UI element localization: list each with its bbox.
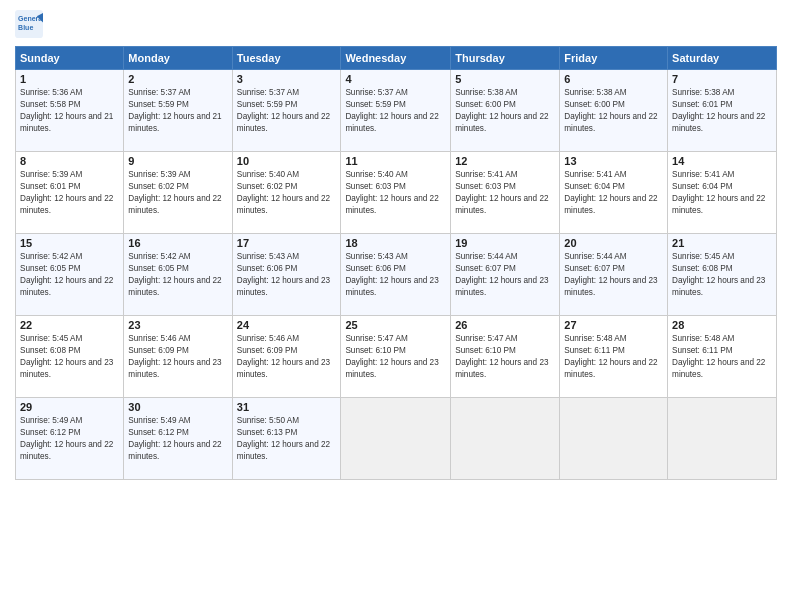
calendar-cell: 18 Sunrise: 5:43 AMSunset: 6:06 PMDaylig… <box>341 234 451 316</box>
day-info: Sunrise: 5:43 AMSunset: 6:06 PMDaylight:… <box>237 252 330 297</box>
calendar-table: SundayMondayTuesdayWednesdayThursdayFrid… <box>15 46 777 480</box>
day-number: 27 <box>564 319 663 331</box>
day-number: 18 <box>345 237 446 249</box>
day-number: 24 <box>237 319 337 331</box>
calendar-cell: 27 Sunrise: 5:48 AMSunset: 6:11 PMDaylig… <box>560 316 668 398</box>
day-info: Sunrise: 5:45 AMSunset: 6:08 PMDaylight:… <box>672 252 765 297</box>
day-info: Sunrise: 5:37 AMSunset: 5:59 PMDaylight:… <box>345 88 438 133</box>
day-number: 10 <box>237 155 337 167</box>
day-info: Sunrise: 5:48 AMSunset: 6:11 PMDaylight:… <box>672 334 765 379</box>
calendar-cell <box>668 398 777 480</box>
calendar-cell <box>451 398 560 480</box>
day-number: 2 <box>128 73 227 85</box>
svg-text:Blue: Blue <box>18 24 33 31</box>
day-number: 12 <box>455 155 555 167</box>
calendar-cell: 30 Sunrise: 5:49 AMSunset: 6:12 PMDaylig… <box>124 398 232 480</box>
day-number: 13 <box>564 155 663 167</box>
calendar-cell: 7 Sunrise: 5:38 AMSunset: 6:01 PMDayligh… <box>668 70 777 152</box>
calendar-cell: 23 Sunrise: 5:46 AMSunset: 6:09 PMDaylig… <box>124 316 232 398</box>
week-row-5: 29 Sunrise: 5:49 AMSunset: 6:12 PMDaylig… <box>16 398 777 480</box>
col-header-friday: Friday <box>560 47 668 70</box>
day-info: Sunrise: 5:38 AMSunset: 6:00 PMDaylight:… <box>564 88 657 133</box>
day-info: Sunrise: 5:36 AMSunset: 5:58 PMDaylight:… <box>20 88 113 133</box>
day-number: 23 <box>128 319 227 331</box>
day-info: Sunrise: 5:47 AMSunset: 6:10 PMDaylight:… <box>455 334 548 379</box>
day-number: 17 <box>237 237 337 249</box>
day-info: Sunrise: 5:46 AMSunset: 6:09 PMDaylight:… <box>128 334 221 379</box>
day-info: Sunrise: 5:41 AMSunset: 6:04 PMDaylight:… <box>672 170 765 215</box>
day-number: 7 <box>672 73 772 85</box>
day-info: Sunrise: 5:40 AMSunset: 6:02 PMDaylight:… <box>237 170 330 215</box>
calendar-cell: 26 Sunrise: 5:47 AMSunset: 6:10 PMDaylig… <box>451 316 560 398</box>
day-number: 21 <box>672 237 772 249</box>
day-info: Sunrise: 5:41 AMSunset: 6:04 PMDaylight:… <box>564 170 657 215</box>
calendar-cell: 13 Sunrise: 5:41 AMSunset: 6:04 PMDaylig… <box>560 152 668 234</box>
day-info: Sunrise: 5:44 AMSunset: 6:07 PMDaylight:… <box>455 252 548 297</box>
day-number: 28 <box>672 319 772 331</box>
day-info: Sunrise: 5:39 AMSunset: 6:01 PMDaylight:… <box>20 170 113 215</box>
day-number: 29 <box>20 401 119 413</box>
day-number: 6 <box>564 73 663 85</box>
day-info: Sunrise: 5:42 AMSunset: 6:05 PMDaylight:… <box>20 252 113 297</box>
calendar-cell: 10 Sunrise: 5:40 AMSunset: 6:02 PMDaylig… <box>232 152 341 234</box>
week-row-1: 1 Sunrise: 5:36 AMSunset: 5:58 PMDayligh… <box>16 70 777 152</box>
week-row-3: 15 Sunrise: 5:42 AMSunset: 6:05 PMDaylig… <box>16 234 777 316</box>
calendar-cell: 11 Sunrise: 5:40 AMSunset: 6:03 PMDaylig… <box>341 152 451 234</box>
day-info: Sunrise: 5:38 AMSunset: 6:01 PMDaylight:… <box>672 88 765 133</box>
day-info: Sunrise: 5:39 AMSunset: 6:02 PMDaylight:… <box>128 170 221 215</box>
day-info: Sunrise: 5:48 AMSunset: 6:11 PMDaylight:… <box>564 334 657 379</box>
calendar-cell: 28 Sunrise: 5:48 AMSunset: 6:11 PMDaylig… <box>668 316 777 398</box>
calendar-cell: 17 Sunrise: 5:43 AMSunset: 6:06 PMDaylig… <box>232 234 341 316</box>
day-info: Sunrise: 5:38 AMSunset: 6:00 PMDaylight:… <box>455 88 548 133</box>
day-info: Sunrise: 5:37 AMSunset: 5:59 PMDaylight:… <box>237 88 330 133</box>
day-number: 8 <box>20 155 119 167</box>
day-number: 19 <box>455 237 555 249</box>
day-number: 25 <box>345 319 446 331</box>
col-header-saturday: Saturday <box>668 47 777 70</box>
week-row-2: 8 Sunrise: 5:39 AMSunset: 6:01 PMDayligh… <box>16 152 777 234</box>
day-number: 4 <box>345 73 446 85</box>
day-number: 11 <box>345 155 446 167</box>
header-row: SundayMondayTuesdayWednesdayThursdayFrid… <box>16 47 777 70</box>
calendar-cell: 29 Sunrise: 5:49 AMSunset: 6:12 PMDaylig… <box>16 398 124 480</box>
calendar-cell: 31 Sunrise: 5:50 AMSunset: 6:13 PMDaylig… <box>232 398 341 480</box>
calendar-cell <box>560 398 668 480</box>
calendar-cell: 16 Sunrise: 5:42 AMSunset: 6:05 PMDaylig… <box>124 234 232 316</box>
day-info: Sunrise: 5:41 AMSunset: 6:03 PMDaylight:… <box>455 170 548 215</box>
calendar-cell: 19 Sunrise: 5:44 AMSunset: 6:07 PMDaylig… <box>451 234 560 316</box>
col-header-tuesday: Tuesday <box>232 47 341 70</box>
calendar-cell: 25 Sunrise: 5:47 AMSunset: 6:10 PMDaylig… <box>341 316 451 398</box>
calendar-cell: 12 Sunrise: 5:41 AMSunset: 6:03 PMDaylig… <box>451 152 560 234</box>
col-header-wednesday: Wednesday <box>341 47 451 70</box>
day-number: 16 <box>128 237 227 249</box>
calendar-cell: 14 Sunrise: 5:41 AMSunset: 6:04 PMDaylig… <box>668 152 777 234</box>
page: General Blue SundayMondayTuesdayWednesda… <box>0 0 792 612</box>
day-info: Sunrise: 5:49 AMSunset: 6:12 PMDaylight:… <box>20 416 113 461</box>
calendar-cell <box>341 398 451 480</box>
calendar-cell: 6 Sunrise: 5:38 AMSunset: 6:00 PMDayligh… <box>560 70 668 152</box>
col-header-sunday: Sunday <box>16 47 124 70</box>
day-info: Sunrise: 5:37 AMSunset: 5:59 PMDaylight:… <box>128 88 221 133</box>
day-info: Sunrise: 5:43 AMSunset: 6:06 PMDaylight:… <box>345 252 438 297</box>
day-info: Sunrise: 5:46 AMSunset: 6:09 PMDaylight:… <box>237 334 330 379</box>
calendar-cell: 5 Sunrise: 5:38 AMSunset: 6:00 PMDayligh… <box>451 70 560 152</box>
day-number: 30 <box>128 401 227 413</box>
calendar-cell: 8 Sunrise: 5:39 AMSunset: 6:01 PMDayligh… <box>16 152 124 234</box>
calendar-cell: 22 Sunrise: 5:45 AMSunset: 6:08 PMDaylig… <box>16 316 124 398</box>
calendar-cell: 3 Sunrise: 5:37 AMSunset: 5:59 PMDayligh… <box>232 70 341 152</box>
calendar-cell: 20 Sunrise: 5:44 AMSunset: 6:07 PMDaylig… <box>560 234 668 316</box>
calendar-cell: 21 Sunrise: 5:45 AMSunset: 6:08 PMDaylig… <box>668 234 777 316</box>
day-info: Sunrise: 5:44 AMSunset: 6:07 PMDaylight:… <box>564 252 657 297</box>
week-row-4: 22 Sunrise: 5:45 AMSunset: 6:08 PMDaylig… <box>16 316 777 398</box>
calendar-cell: 9 Sunrise: 5:39 AMSunset: 6:02 PMDayligh… <box>124 152 232 234</box>
day-number: 15 <box>20 237 119 249</box>
day-number: 26 <box>455 319 555 331</box>
day-info: Sunrise: 5:42 AMSunset: 6:05 PMDaylight:… <box>128 252 221 297</box>
day-info: Sunrise: 5:49 AMSunset: 6:12 PMDaylight:… <box>128 416 221 461</box>
day-number: 9 <box>128 155 227 167</box>
day-info: Sunrise: 5:45 AMSunset: 6:08 PMDaylight:… <box>20 334 113 379</box>
logo: General Blue <box>15 10 47 38</box>
calendar-cell: 15 Sunrise: 5:42 AMSunset: 6:05 PMDaylig… <box>16 234 124 316</box>
day-number: 31 <box>237 401 337 413</box>
logo-icon: General Blue <box>15 10 43 38</box>
